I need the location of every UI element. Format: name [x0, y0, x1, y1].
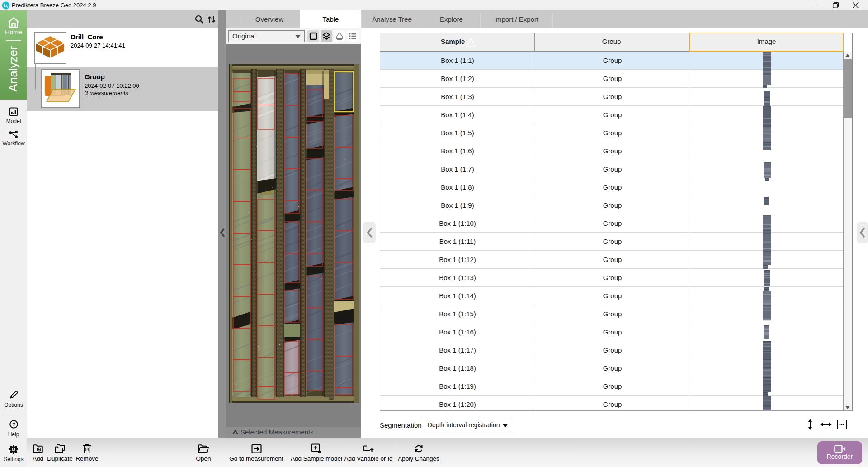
svg-text:b: b: [4, 3, 7, 8]
svg-text:?: ?: [12, 421, 15, 427]
